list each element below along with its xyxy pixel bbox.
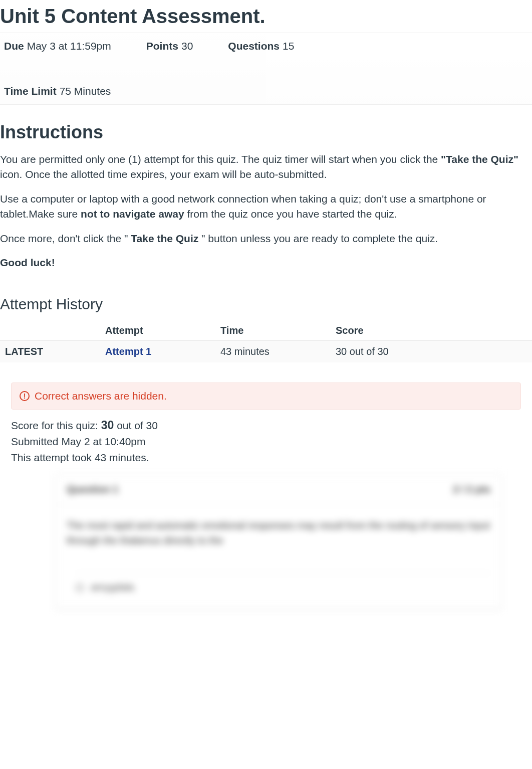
instructions-p4: Good luck!: [0, 255, 532, 270]
quiz-meta-bar: DueMay 3 at 11:59pm Points30 Questions15…: [0, 33, 532, 105]
meta-time-limit: Time Limit75 Minutes: [4, 85, 111, 97]
summary-submitted: Submitted May 2 at 10:40pm: [11, 434, 521, 450]
table-row: LATEST Attempt 1 43 minutes 30 out of 30: [0, 340, 532, 362]
instructions-p1: You are permitted only one (1) attempt f…: [0, 152, 532, 182]
meta-points-value: 30: [181, 40, 193, 52]
answer-text: amygdala: [91, 582, 134, 593]
warning-icon: !: [20, 391, 30, 401]
meta-due-value: May 3 at 11:59pm: [27, 40, 111, 52]
question-points: 2 / 2 pts: [453, 484, 490, 495]
attempt-col-score: Score: [331, 321, 532, 341]
meta-questions: Questions15: [228, 40, 294, 52]
attempt-col-attempt: Attempt: [100, 321, 215, 341]
attempt-link[interactable]: Attempt 1: [105, 346, 151, 357]
attempt-flag: LATEST: [0, 340, 100, 362]
instructions-body: You are permitted only one (1) attempt f…: [0, 152, 532, 271]
meta-points: Points30: [146, 40, 193, 52]
instructions-p3: Once more, don't click the " Take the Qu…: [0, 231, 532, 246]
meta-questions-value: 15: [283, 40, 294, 52]
attempt-history-table: Attempt Time Score LATEST Attempt 1 43 m…: [0, 321, 532, 362]
meta-due-label: Due: [4, 40, 24, 52]
alert-text: Correct answers are hidden.: [35, 390, 167, 402]
meta-points-label: Points: [146, 40, 178, 52]
attempt-col-time: Time: [215, 321, 331, 341]
attempt-time: 43 minutes: [215, 340, 331, 362]
question-number: Question 1: [67, 484, 118, 495]
question-card-blurred: Question 1 2 / 2 pts The most rapid and …: [55, 474, 502, 609]
summary-duration: This attempt took 43 minutes.: [11, 450, 521, 466]
meta-time-limit-label: Time Limit: [4, 85, 57, 97]
question-text: The most rapid and automatic emotional r…: [56, 505, 501, 563]
answers-hidden-alert: ! Correct answers are hidden.: [11, 382, 521, 410]
radio-icon: [76, 584, 84, 592]
instructions-p2: Use a computer or laptop with a good net…: [0, 191, 532, 222]
attempt-score: 30 out of 30: [331, 340, 532, 362]
page-title: Unit 5 Content Assessment.: [0, 5, 532, 28]
summary-score: Score for this quiz: 30 out of 30: [11, 417, 521, 434]
question-answer-row: amygdala: [76, 573, 490, 593]
meta-time-limit-value: 75 Minutes: [60, 85, 111, 97]
attempt-summary: Score for this quiz: 30 out of 30 Submit…: [11, 417, 521, 466]
attempt-col-flag: [0, 321, 100, 341]
meta-questions-label: Questions: [228, 40, 280, 52]
attempt-history-heading: Attempt History: [0, 296, 532, 313]
instructions-heading: Instructions: [0, 122, 532, 143]
meta-due: DueMay 3 at 11:59pm: [4, 40, 111, 52]
